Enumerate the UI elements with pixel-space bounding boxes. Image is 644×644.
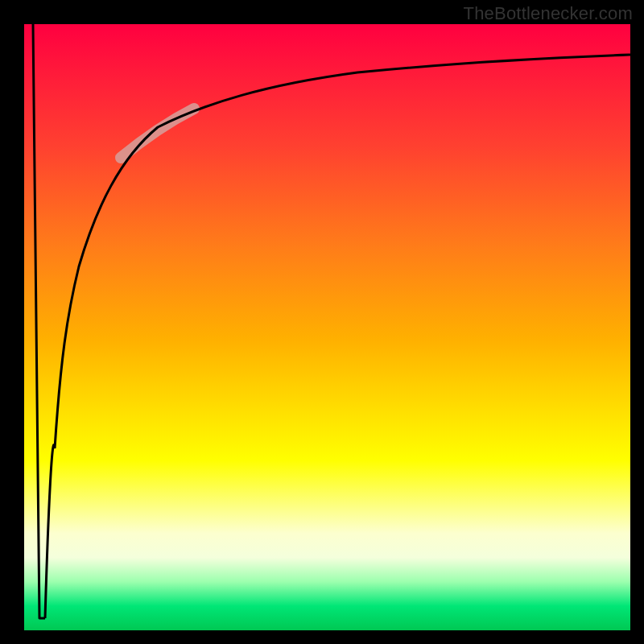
attribution-text: TheBottlenecker.com (464, 3, 633, 24)
plot-area (24, 24, 630, 630)
chart-frame: TheBottlenecker.com (0, 0, 644, 644)
